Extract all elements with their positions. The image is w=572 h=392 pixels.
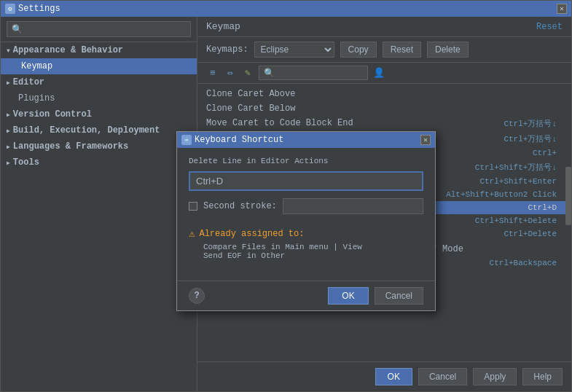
dialog-action: Delete Line — [189, 157, 242, 165]
dialog-title: Keyboard Shortcut — [195, 135, 283, 145]
second-stroke-label: Second stroke: — [203, 201, 277, 211]
shortcut-input[interactable] — [189, 171, 423, 191]
dialog-close-button[interactable]: ✕ — [420, 135, 431, 145]
warning-section: ⚠ Already assigned to: Compare Files in … — [189, 223, 423, 264]
warning-item-1: Compare Files in Main menu | View — [189, 243, 423, 251]
dialog-help-button[interactable]: ? — [189, 288, 205, 304]
warning-title: Already assigned to: — [199, 229, 304, 239]
keyboard-shortcut-dialog: ⌨ Keyboard Shortcut ✕ Delete Line in Edi… — [176, 131, 436, 311]
dialog-cancel-button[interactable]: Cancel — [375, 287, 423, 305]
warning-item-2: Send EOF in Other — [189, 251, 423, 260]
dialog-subtitle: Delete Line in Editor Actions — [189, 157, 423, 165]
warning-header: ⚠ Already assigned to: — [189, 227, 423, 240]
dialog-icon: ⌨ — [181, 135, 192, 145]
second-stroke-input[interactable] — [283, 198, 423, 214]
dialog-title-left: ⌨ Keyboard Shortcut — [181, 135, 283, 145]
second-stroke-row: Second stroke: — [189, 198, 423, 214]
dialog-footer: ? OK Cancel — [177, 281, 435, 310]
dialog-context: in Editor Actions — [246, 157, 328, 165]
dialog-action-buttons: OK Cancel — [328, 287, 423, 305]
dialog-title-bar: ⌨ Keyboard Shortcut ✕ — [177, 132, 435, 148]
warning-icon: ⚠ — [189, 227, 195, 240]
dialog-ok-button[interactable]: OK — [328, 287, 368, 305]
dialog-overlay: ⌨ Keyboard Shortcut ✕ Delete Line in Edi… — [0, 0, 572, 392]
second-stroke-checkbox[interactable] — [189, 202, 197, 211]
dialog-body: Delete Line in Editor Actions Second str… — [177, 148, 435, 281]
